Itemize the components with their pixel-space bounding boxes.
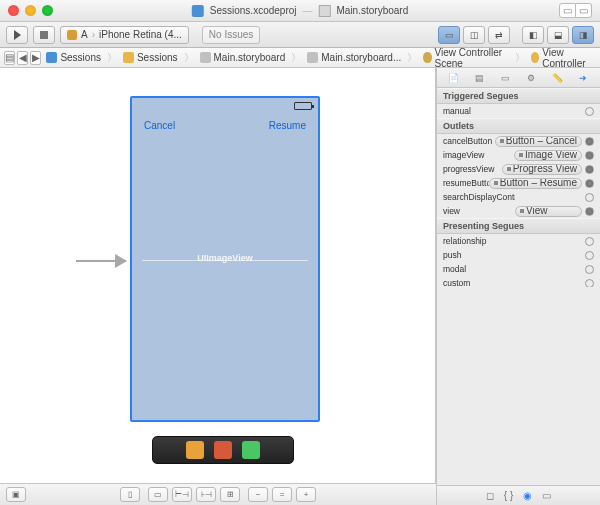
connection-pill[interactable]: Button – Resume xyxy=(489,178,582,189)
connections-inspector: Triggered Segues manual Outlets cancelBu… xyxy=(437,88,600,287)
pin-button[interactable]: ⊢⊣ xyxy=(172,487,192,502)
connections-inspector-tab[interactable]: ➜ xyxy=(576,71,590,85)
object-library-tab[interactable]: ◉ xyxy=(523,490,532,501)
connection-pill[interactable]: Button – Cancel xyxy=(495,136,582,147)
connection-socket[interactable] xyxy=(585,207,594,216)
toggle-utilities-button[interactable]: ◨ xyxy=(572,26,594,44)
align-button[interactable]: ▭ xyxy=(148,487,168,502)
canvas-bottom-bar: ▣ ▯ ▭ ⊢⊣ ⊦⊣ ⊞ − = + xyxy=(0,483,436,505)
exit-dock-icon[interactable] xyxy=(242,441,260,459)
zoom-window-button[interactable] xyxy=(42,5,53,16)
resume-button-element[interactable]: Resume xyxy=(269,120,306,131)
project-icon xyxy=(46,52,57,63)
zoom-in-button[interactable]: + xyxy=(296,487,316,502)
scheme-target: A xyxy=(81,29,88,40)
jump-item[interactable]: View Controller Scene xyxy=(420,46,512,70)
connection-socket[interactable] xyxy=(585,193,594,202)
connection-pill[interactable]: View xyxy=(515,206,582,217)
stop-icon xyxy=(40,31,48,39)
connection-socket[interactable] xyxy=(585,165,594,174)
jump-item[interactable]: Sessions xyxy=(120,51,181,64)
forward-button[interactable]: ▶ xyxy=(30,51,41,65)
connection-socket[interactable] xyxy=(585,107,594,116)
storyboard-canvas[interactable]: Cancel Resume UIImageView xyxy=(0,68,436,505)
status-bar xyxy=(132,98,318,116)
document-outline-toggle[interactable]: ▣ xyxy=(6,487,26,502)
toggle-navigator-button[interactable]: ◧ xyxy=(522,26,544,44)
cancel-button-element[interactable]: Cancel xyxy=(144,120,175,131)
quickhelp-inspector-tab[interactable]: ▤ xyxy=(473,71,487,85)
section-header: Outlets xyxy=(437,118,600,134)
media-library-tab[interactable]: ▭ xyxy=(542,490,551,501)
editor-mode-segment[interactable]: ▭▭ xyxy=(559,3,592,18)
connection-row[interactable]: resumeButtonButton – Resume xyxy=(437,176,600,190)
minimize-window-button[interactable] xyxy=(25,5,36,16)
layout-mode-button[interactable]: ▯ xyxy=(120,487,140,502)
status-text: No Issues xyxy=(209,29,253,40)
file-inspector-tab[interactable]: 📄 xyxy=(447,71,461,85)
view-controller-frame[interactable]: Cancel Resume UIImageView xyxy=(130,96,320,422)
connection-row[interactable]: custom xyxy=(437,276,600,287)
toggle-debug-button[interactable]: ⬓ xyxy=(547,26,569,44)
imageview-label: UIImageView xyxy=(132,253,318,263)
version-editor-button[interactable]: ⇄ xyxy=(488,26,510,44)
jump-item[interactable]: Sessions xyxy=(43,51,104,64)
connection-row[interactable]: progressViewProgress View xyxy=(437,162,600,176)
connection-row[interactable]: viewView xyxy=(437,204,600,218)
imageview-placeholder[interactable] xyxy=(142,260,308,261)
traffic-lights xyxy=(0,5,53,16)
battery-icon xyxy=(294,102,312,110)
assistant-editor-button[interactable]: ◫ xyxy=(463,26,485,44)
viewcontroller-dock-icon[interactable] xyxy=(186,441,204,459)
connection-row[interactable]: cancelButtonButton – Cancel xyxy=(437,134,600,148)
standard-editor-button[interactable]: ▭ xyxy=(438,26,460,44)
first-responder-dock-icon[interactable] xyxy=(214,441,232,459)
window-title-bar: Sessions.xcodeproj — Main.storyboard ▭▭ xyxy=(0,0,600,22)
related-items-button[interactable]: ▤ xyxy=(4,51,15,65)
code-snippet-library-tab[interactable]: { } xyxy=(504,490,513,501)
title-right-controls: ▭▭ xyxy=(555,3,592,18)
connection-socket[interactable] xyxy=(585,279,594,287)
connection-socket[interactable] xyxy=(585,179,594,188)
connection-socket[interactable] xyxy=(585,137,594,146)
main-toolbar: A › iPhone Retina (4... No Issues ▭ ◫ ⇄ … xyxy=(0,22,600,48)
connection-row[interactable]: relationship xyxy=(437,234,600,248)
connection-socket[interactable] xyxy=(585,237,594,246)
folder-icon xyxy=(123,52,134,63)
zoom-out-button[interactable]: − xyxy=(248,487,268,502)
connection-row[interactable]: push xyxy=(437,248,600,262)
connection-pill[interactable]: Progress View xyxy=(502,164,582,175)
run-button[interactable] xyxy=(6,26,28,44)
stop-button[interactable] xyxy=(33,26,55,44)
jump-item[interactable]: Main.storyboard xyxy=(197,51,289,64)
back-button[interactable]: ◀ xyxy=(17,51,28,65)
file-template-library-tab[interactable]: ◻ xyxy=(486,490,494,501)
resolve-button[interactable]: ⊦⊣ xyxy=(196,487,216,502)
inspector-tabs: 📄 ▤ ▭ ⚙ 📏 ➜ xyxy=(437,68,600,88)
project-name: Sessions.xcodeproj xyxy=(210,5,297,16)
viewcontroller-icon xyxy=(531,52,539,63)
connection-row[interactable]: searchDisplayController xyxy=(437,190,600,204)
connection-socket[interactable] xyxy=(585,265,594,274)
utilities-panel: 📄 ▤ ▭ ⚙ 📏 ➜ Triggered Segues manual Outl… xyxy=(436,68,600,505)
resizing-button[interactable]: ⊞ xyxy=(220,487,240,502)
connection-socket[interactable] xyxy=(585,251,594,260)
file-name: Main.storyboard xyxy=(337,5,409,16)
identity-inspector-tab[interactable]: ▭ xyxy=(499,71,513,85)
zoom-actual-button[interactable]: = xyxy=(272,487,292,502)
connection-row[interactable]: modal xyxy=(437,262,600,276)
window-title: Sessions.xcodeproj — Main.storyboard xyxy=(192,5,408,17)
initial-segue-arrow[interactable] xyxy=(76,260,126,262)
close-window-button[interactable] xyxy=(8,5,19,16)
size-inspector-tab[interactable]: 📏 xyxy=(550,71,564,85)
connection-socket[interactable] xyxy=(585,151,594,160)
connection-row[interactable]: imageViewImage View xyxy=(437,148,600,162)
connection-row[interactable]: manual xyxy=(437,104,600,118)
jump-item[interactable]: Main.storyboard... xyxy=(304,51,404,64)
jump-item[interactable]: View Controller xyxy=(528,46,596,70)
app-icon xyxy=(67,30,77,40)
connection-pill[interactable]: Image View xyxy=(514,150,582,161)
library-tabs: ◻ { } ◉ ▭ xyxy=(437,485,600,505)
scheme-selector[interactable]: A › iPhone Retina (4... xyxy=(60,26,189,44)
attributes-inspector-tab[interactable]: ⚙ xyxy=(524,71,538,85)
